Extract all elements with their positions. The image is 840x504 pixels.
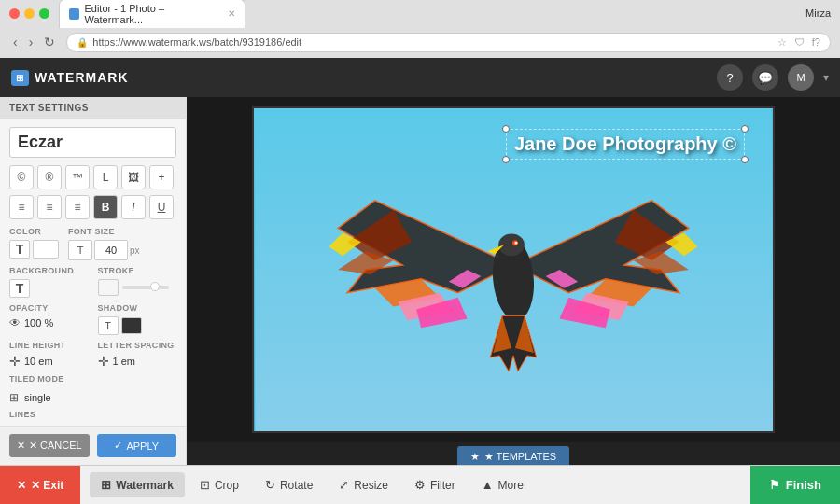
line-icon-btn[interactable]: L	[93, 165, 118, 189]
crop-tool-btn[interactable]: ⊡ Crop	[189, 472, 250, 497]
watermark-label: Watermark	[116, 479, 174, 492]
rotate-label: Rotate	[280, 479, 313, 492]
forward-button[interactable]: ›	[25, 33, 37, 51]
opacity-field: OPACITY 👁 100 %	[9, 303, 89, 335]
shadow-color[interactable]	[121, 317, 142, 334]
address-bar-actions: ☆ 🛡 f?	[777, 36, 820, 49]
tiled-value: single	[24, 392, 51, 403]
chat-button[interactable]: 💬	[752, 64, 778, 91]
underline-btn[interactable]: U	[149, 195, 174, 219]
line-height-field: LINE HEIGHT ✛ 10 em	[9, 341, 89, 369]
cancel-button[interactable]: ✕ ✕ CANCEL	[9, 434, 90, 457]
align-center-btn[interactable]: ≡	[37, 195, 62, 219]
exit-label: ✕ Exit	[31, 479, 63, 492]
maximize-window-btn[interactable]	[39, 8, 49, 19]
canvas-area: Jane Doe Photography © ★ ★ TEMPLATES	[187, 97, 840, 465]
bookmark-icon[interactable]: ☆	[777, 36, 787, 49]
watermark-overlay[interactable]: Jane Doe Photography ©	[506, 129, 745, 160]
wm-handle-tl[interactable]	[502, 125, 510, 133]
lh-label: LINE HEIGHT	[9, 341, 89, 350]
photo-container: Jane Doe Photography ©	[252, 106, 775, 433]
symbol-icons-row: © ® ™ L 🖼 +	[9, 165, 176, 189]
opacity-label: OPACITY	[9, 303, 89, 313]
rotate-icon: ↻	[265, 478, 275, 492]
image-icon-btn[interactable]: 🖼	[121, 165, 146, 189]
shield-icon: 🛡	[794, 36, 805, 49]
watermark-text: Jane Doe Photography ©	[514, 133, 736, 154]
address-bar-row: ‹ › ↻ 🔒 https://www.watermark.ws/batch/9…	[0, 26, 840, 58]
copyright-icon-btn[interactable]: ©	[9, 165, 34, 189]
avatar-chevron: ▾	[823, 71, 829, 84]
bold-btn[interactable]: B	[93, 195, 118, 219]
opacity-shadow-row: OPACITY 👁 100 % SHADOW T	[9, 303, 176, 335]
refresh-button[interactable]: ↻	[40, 33, 59, 51]
back-button[interactable]: ‹	[9, 33, 21, 51]
lh-row: ✛ 10 em	[9, 354, 89, 369]
cancel-label: ✕ CANCEL	[29, 440, 82, 452]
exit-button[interactable]: ✕ ✕ Exit	[0, 466, 80, 504]
star-icon: ★	[470, 451, 480, 463]
wm-handle-bl[interactable]	[502, 156, 510, 163]
secure-icon: 🔒	[77, 37, 88, 48]
watermark-tool-btn[interactable]: ⊞ Watermark	[90, 472, 185, 497]
templates-button[interactable]: ★ ★ TEMPLATES	[457, 446, 569, 465]
help-button[interactable]: ?	[717, 64, 743, 91]
stroke-preview	[98, 279, 177, 296]
tab-bar: Editor - 1 Photo – Watermark... ✕	[59, 0, 805, 28]
image-canvas[interactable]: Jane Doe Photography ©	[187, 97, 840, 442]
apply-check-icon: ✓	[114, 440, 122, 452]
browser-chrome: Editor - 1 Photo – Watermark... ✕ Mirza …	[0, 0, 840, 58]
svg-point-4	[514, 242, 517, 245]
traffic-lights	[9, 8, 49, 19]
lh-value: 10 em	[24, 356, 53, 367]
line-height-icon: ✛	[9, 354, 21, 369]
extension-icon[interactable]: f?	[812, 36, 820, 49]
resize-tool-btn[interactable]: ⤢ Resize	[328, 472, 399, 497]
plus-icon-btn[interactable]: +	[149, 165, 174, 189]
stroke-slider[interactable]	[122, 286, 169, 289]
wm-handle-br[interactable]	[741, 156, 749, 163]
fontsize-input: T 40 px	[68, 240, 140, 260]
align-left-btn[interactable]: ≡	[9, 195, 34, 219]
bg-stroke-row: BACKGROUND T STROKE	[9, 266, 176, 298]
address-bar[interactable]: 🔒 https://www.watermark.ws/batch/9319186…	[66, 33, 831, 52]
fontsize-value[interactable]: 40	[94, 240, 128, 260]
nav-buttons: ‹ › ↻	[9, 33, 59, 51]
registered-icon-btn[interactable]: ®	[37, 165, 62, 189]
color-label: COLOR	[9, 227, 59, 236]
crop-icon: ⊡	[200, 478, 210, 492]
close-window-btn[interactable]	[9, 8, 20, 19]
wm-handle-tr[interactable]	[741, 125, 749, 133]
app-body: TEXT SETTINGS © ® ™ L 🖼 + ≡ ≡ ≡	[0, 97, 840, 465]
tiled-value-row: ⊞ single	[9, 391, 176, 404]
apply-button[interactable]: ✓ APPLY	[97, 434, 177, 457]
lh-ls-row: LINE HEIGHT ✛ 10 em LETTER SPACING ✛ 1 e…	[9, 341, 176, 369]
stroke-field: STROKE	[98, 266, 177, 298]
minimize-window-btn[interactable]	[24, 8, 35, 19]
color-fontsize-row: COLOR T FONT SIZE T 40 px	[9, 227, 176, 260]
left-panel: TEXT SETTINGS © ® ™ L 🖼 + ≡ ≡ ≡	[0, 97, 187, 465]
exit-x-icon: ✕	[17, 479, 26, 492]
color-T-icon: T	[9, 240, 30, 259]
rotate-tool-btn[interactable]: ↻ Rotate	[254, 472, 324, 497]
font-name-input[interactable]	[9, 127, 176, 158]
user-avatar[interactable]: M	[788, 64, 814, 91]
finish-button[interactable]: ⚑ Finish	[750, 466, 840, 504]
background-field: BACKGROUND T	[9, 266, 89, 298]
filter-tool-btn[interactable]: ⚙ Filter	[403, 472, 467, 497]
tiled-label: TILED MODE	[9, 374, 64, 384]
stroke-color[interactable]	[98, 279, 119, 296]
user-name: Mirza	[805, 7, 831, 19]
align-right-btn[interactable]: ≡	[65, 195, 90, 219]
more-tool-btn[interactable]: ▲ More	[470, 472, 535, 497]
shadow-label: SHADOW	[98, 303, 177, 313]
tab-close-icon[interactable]: ✕	[228, 8, 235, 19]
color-picker[interactable]	[33, 240, 59, 259]
panel-header: TEXT SETTINGS	[0, 97, 186, 119]
filter-icon: ⚙	[414, 478, 426, 492]
browser-tab[interactable]: Editor - 1 Photo – Watermark... ✕	[59, 0, 245, 28]
italic-btn[interactable]: I	[121, 195, 146, 219]
toolbar-tools: ⊞ Watermark ⊡ Crop ↻ Rotate ⤢ Resize ⚙ F…	[80, 472, 749, 497]
cancel-x-icon: ✕	[17, 440, 25, 452]
trademark-icon-btn[interactable]: ™	[65, 165, 90, 189]
